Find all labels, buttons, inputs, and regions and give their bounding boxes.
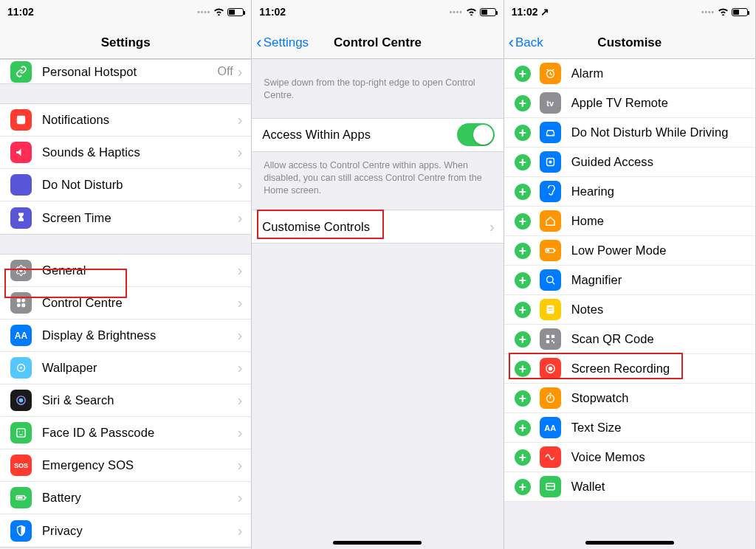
row-hearing[interactable]: +Hearing — [504, 177, 755, 207]
row-label: Wallpaper — [42, 361, 238, 375]
row-screen-recording[interactable]: +Screen Recording — [504, 354, 755, 384]
controlcentre-icon — [10, 292, 32, 314]
battery-icon — [10, 487, 32, 508]
row-label: Voice Memos — [571, 450, 746, 464]
row-siri-search[interactable]: Siri & Search› — [0, 384, 251, 417]
faceid-icon — [10, 422, 32, 443]
toggle-access-within-apps[interactable] — [457, 123, 495, 146]
add-button[interactable]: + — [515, 184, 531, 200]
row-personal-hotspot[interactable]: Personal Hotspot Off › — [0, 60, 251, 83]
add-button[interactable]: + — [515, 125, 531, 141]
row-home[interactable]: +Home — [504, 207, 755, 236]
row-control-centre[interactable]: Control Centre› — [0, 287, 251, 320]
signal-dots: •••• — [450, 8, 463, 16]
row-notes[interactable]: +Notes — [504, 295, 755, 325]
add-button[interactable]: + — [515, 95, 531, 111]
add-button[interactable]: + — [515, 302, 531, 318]
row-screen-time[interactable]: Screen Time› — [0, 201, 251, 234]
row-privacy[interactable]: Privacy› — [0, 514, 251, 547]
wifi-icon — [466, 7, 477, 18]
lowpower-icon — [540, 240, 561, 261]
appletv-icon: tv — [540, 92, 561, 114]
wifi-icon — [718, 7, 729, 18]
add-button[interactable]: + — [515, 479, 531, 495]
chevron-right-icon: › — [238, 457, 243, 474]
row-label: Privacy — [42, 524, 238, 538]
add-button[interactable]: + — [515, 361, 531, 377]
navbar-title: Customise — [597, 35, 662, 50]
display-icon: AA — [10, 325, 32, 346]
chevron-right-icon: › — [238, 392, 243, 409]
back-button[interactable]: ‹ Back — [509, 27, 543, 58]
row-label: Home — [571, 214, 746, 228]
stopwatch-icon — [540, 387, 561, 409]
row-guided-access[interactable]: +Guided Access — [504, 148, 755, 177]
record-icon — [540, 358, 561, 379]
battery-icon — [227, 8, 244, 16]
svg-rect-2 — [17, 299, 21, 303]
row-label: General — [42, 263, 238, 277]
row-do-not-disturb[interactable]: Do Not Disturb› — [0, 169, 251, 201]
row-emergency-sos[interactable]: SOSEmergency SOS› — [0, 449, 251, 482]
row-sounds-haptics[interactable]: Sounds & Haptics› — [0, 137, 251, 169]
row-label: Siri & Search — [42, 393, 238, 407]
row-label: Wallet — [571, 480, 746, 494]
row-alarm[interactable]: +Alarm — [504, 59, 755, 89]
chevron-right-icon: › — [238, 262, 243, 279]
chevron-right-icon: › — [238, 63, 243, 80]
chevron-right-icon: › — [238, 111, 243, 128]
chevron-right-icon: › — [238, 294, 243, 311]
chevron-right-icon: › — [238, 489, 243, 506]
row-general[interactable]: General› — [0, 255, 251, 287]
add-button[interactable]: + — [515, 154, 531, 170]
row-access-within-apps[interactable]: Access Within Apps — [252, 119, 503, 151]
location-icon: ↗ — [540, 6, 549, 18]
row-stopwatch[interactable]: +Stopwatch — [504, 384, 755, 413]
row-face-id-passcode[interactable]: Face ID & Passcode› — [0, 417, 251, 449]
gear-icon — [10, 260, 32, 281]
chevron-right-icon: › — [238, 210, 243, 227]
link-icon — [10, 61, 32, 83]
hearing-icon — [540, 181, 561, 202]
qrcode-icon — [540, 328, 561, 350]
row-voice-memos[interactable]: +Voice Memos — [504, 443, 755, 472]
add-button[interactable]: + — [515, 66, 531, 82]
add-button[interactable]: + — [515, 213, 531, 229]
add-button[interactable]: + — [515, 272, 531, 289]
back-label: Back — [515, 35, 543, 50]
add-button[interactable]: + — [515, 243, 531, 259]
add-button[interactable]: + — [515, 390, 531, 407]
row-value: Off — [218, 65, 233, 78]
svg-point-7 — [20, 367, 22, 369]
svg-rect-0 — [17, 116, 25, 124]
back-button[interactable]: ‹ Settings — [256, 27, 309, 58]
dnd-icon — [10, 174, 32, 196]
row-low-power-mode[interactable]: +Low Power Mode — [504, 236, 755, 266]
svg-rect-5 — [21, 303, 25, 307]
row-apple-tv-remote[interactable]: +tvApple TV Remote — [504, 89, 755, 118]
add-button[interactable]: + — [515, 420, 531, 436]
row-wallpaper[interactable]: Wallpaper› — [0, 352, 251, 384]
add-button[interactable]: + — [515, 331, 531, 348]
row-label: Alarm — [571, 66, 746, 80]
row-label: Control Centre — [42, 296, 238, 310]
row-do-not-disturb-while-driving[interactable]: +Do Not Disturb While Driving — [504, 118, 755, 148]
row-battery[interactable]: Battery› — [0, 482, 251, 514]
row-label: Scan QR Code — [571, 332, 746, 346]
status-bar: 11:02 •••• — [0, 0, 251, 27]
pane-settings: 11:02 •••• Settings Personal Hotspot Off… — [0, 0, 252, 549]
add-button[interactable]: + — [515, 449, 531, 466]
row-customise-controls[interactable]: Customise Controls › — [252, 210, 503, 243]
row-wallet[interactable]: +Wallet — [504, 472, 755, 502]
row-text-size[interactable]: +AAText Size — [504, 413, 755, 443]
status-time: 11:02 ↗ — [512, 6, 550, 18]
svg-point-12 — [22, 431, 23, 432]
footer-note: Allow access to Control Centre within ap… — [252, 152, 503, 206]
row-label: Guided Access — [571, 155, 746, 169]
svg-rect-29 — [551, 340, 553, 342]
sos-icon: SOS — [10, 455, 32, 476]
row-notifications[interactable]: Notifications› — [0, 104, 251, 137]
row-magnifier[interactable]: +Magnifier — [504, 266, 755, 295]
row-display-brightness[interactable]: AADisplay & Brightness› — [0, 320, 251, 352]
row-scan-qr-code[interactable]: +Scan QR Code — [504, 325, 755, 354]
